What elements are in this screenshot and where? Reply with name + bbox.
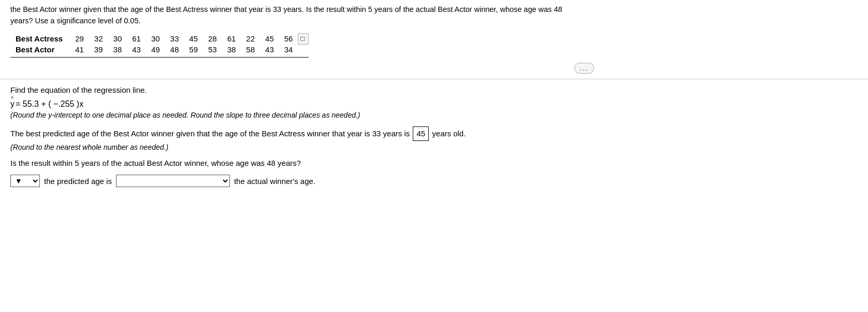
actress-val-3: 30 (108, 33, 127, 44)
actor-val-9: 38 (222, 44, 241, 55)
equation-text: = 55.3 + ( −.255 )x (16, 100, 83, 109)
dropdown-select-2[interactable]: within 5 years of more than 5 years from (116, 175, 230, 187)
actress-val-7: 45 (184, 33, 203, 44)
actress-val-9: 61 (222, 33, 241, 44)
actor-val-3: 38 (108, 44, 127, 55)
page-container: the Best Actor winner given that the age… (0, 0, 868, 187)
actress-val-6: 33 (165, 33, 184, 44)
actress-val-12: 56 (279, 33, 298, 44)
ellipsis-button[interactable]: ... (574, 63, 595, 74)
ellipsis-btn-row: ... (311, 58, 858, 74)
actress-val-11: 45 (260, 33, 279, 44)
prediction-text-after: years old. (432, 129, 466, 138)
find-equation-text: Find the equation of the regression line… (10, 86, 858, 94)
actor-val-8: 53 (203, 44, 222, 55)
actor-val-5: 49 (146, 44, 165, 55)
y-hat-symbol: ^ y (10, 100, 15, 109)
actress-val-1: 29 (70, 33, 89, 44)
actor-val-4: 43 (127, 44, 146, 55)
dropdown-select-1[interactable]: ▼ Yes, No, (10, 175, 40, 187)
prediction-text-before: The best predicted age of the Best Actor… (10, 129, 410, 138)
actor-val-10: 58 (241, 44, 260, 55)
within5-question: Is the result within 5 years of the actu… (10, 159, 858, 167)
actress-val-5: 30 (146, 33, 165, 44)
header-text-part2: years? Use a significance level of 0.05. (10, 17, 140, 25)
dropdown-middle-label: the predicted age is (44, 177, 112, 186)
round-note-1: (Round the y-intercept to one decimal pl… (10, 111, 858, 119)
data-table-wrapper: Best Actress 29 32 30 61 30 33 45 28 61 … (10, 33, 309, 58)
data-table-section: Best Actress 29 32 30 61 30 33 45 28 61 … (0, 31, 868, 74)
actor-val-6: 48 (165, 44, 184, 55)
actress-val-4: 61 (127, 33, 146, 44)
actress-val-8: 28 (203, 33, 222, 44)
actress-val-2: 32 (89, 33, 108, 44)
table-row-actor: Best Actor 41 39 38 43 49 48 59 53 38 58… (10, 44, 309, 55)
table-row-container: Best Actress 29 32 30 61 30 33 45 28 61 … (10, 33, 858, 58)
actor-val-1: 41 (70, 44, 89, 55)
dropdown-row: ▼ Yes, No, the predicted age is within 5… (10, 175, 858, 187)
copy-icon-cell[interactable]: □ (298, 33, 309, 44)
header-text-part1: the Best Actor winner given that the age… (10, 5, 562, 13)
caret-symbol: ^ (11, 95, 13, 102)
actor-val-7: 59 (184, 44, 203, 55)
prediction-value: 45 (413, 126, 429, 141)
data-table: Best Actress 29 32 30 61 30 33 45 28 61 … (10, 33, 309, 55)
actor-val-2: 39 (89, 44, 108, 55)
prediction-text: The best predicted age of the Best Actor… (10, 126, 858, 141)
actress-val-10: 22 (241, 33, 260, 44)
round-note-2: (Round to the nearest whole number as ne… (10, 143, 858, 151)
dropdown-end-label: the actual winner's age. (234, 177, 315, 186)
header-text: the Best Actor winner given that the age… (0, 0, 868, 31)
divider (0, 79, 868, 79)
best-actor-label: Best Actor (10, 44, 70, 55)
actor-val-11: 43 (260, 44, 279, 55)
table-row-actress: Best Actress 29 32 30 61 30 33 45 28 61 … (10, 33, 309, 44)
equation-line: ^ y = 55.3 + ( −.255 )x (10, 100, 858, 109)
best-actress-label: Best Actress (10, 33, 70, 44)
actor-val-12: 34 (279, 44, 298, 55)
content-section: Find the equation of the regression line… (0, 86, 868, 187)
table-border (10, 57, 309, 58)
actor-val-empty (298, 44, 309, 55)
